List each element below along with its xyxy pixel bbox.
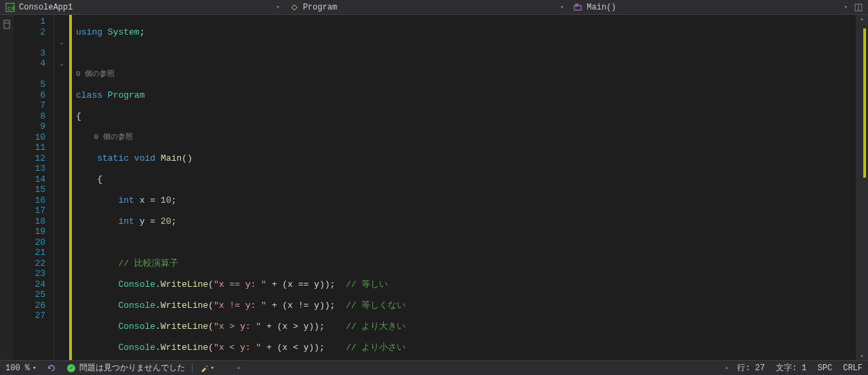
class-icon bbox=[290, 3, 299, 12]
status-bar: 100 % ▾ ✓ 問題は見つかりませんでした ▾ ◂ ▸ 行: 27 文字: … bbox=[0, 360, 868, 375]
svg-rect-6 bbox=[4, 20, 9, 28]
line-number: 12 bbox=[14, 153, 54, 164]
fold-toggle-icon[interactable]: ⌄ bbox=[54, 37, 69, 48]
indent-mode[interactable]: SPC bbox=[812, 361, 838, 376]
codelens-references[interactable]: 0 個の参照 bbox=[76, 132, 856, 143]
zoom-level[interactable]: 100 % ▾ bbox=[0, 361, 41, 376]
line-number: 11 bbox=[14, 142, 54, 153]
breadcrumb-dropdown-icon[interactable]: ▾ bbox=[556, 3, 568, 11]
line-number: 16 bbox=[14, 195, 54, 206]
breadcrumb-method-label: Main() bbox=[587, 3, 616, 12]
line-number bbox=[14, 69, 54, 80]
cursor-char[interactable]: 文字: 1 bbox=[770, 361, 812, 376]
csharp-project-icon: c# bbox=[5, 3, 15, 12]
line-number: 15 bbox=[14, 184, 54, 195]
line-number: 17 bbox=[14, 205, 54, 216]
line-number: 23 bbox=[14, 269, 54, 279]
line-number: 18 bbox=[14, 216, 54, 227]
breadcrumb-bar: c# ConsoleApp1 ▾ Program ▾ Main() ▾ bbox=[0, 0, 868, 15]
line-number: 13 bbox=[14, 163, 54, 174]
svg-point-9 bbox=[206, 366, 208, 367]
line-number: 27 bbox=[14, 311, 54, 321]
refresh-icon[interactable] bbox=[41, 361, 62, 376]
method-icon bbox=[573, 3, 583, 12]
line-number: 24 bbox=[14, 279, 54, 290]
left-tool-strip bbox=[0, 15, 14, 360]
codelens-references[interactable]: 0 個の参照 bbox=[76, 69, 856, 80]
breadcrumb-project[interactable]: c# ConsoleApp1 bbox=[0, 0, 272, 14]
line-number: 20 bbox=[14, 237, 54, 248]
line-number: 1 bbox=[14, 16, 54, 27]
breadcrumb-project-label: ConsoleApp1 bbox=[19, 3, 73, 12]
editor-main: 1234567891011121314151617181920212223242… bbox=[0, 15, 868, 360]
breadcrumb-dropdown-icon[interactable]: ▾ bbox=[272, 3, 283, 11]
line-number: 26 bbox=[14, 300, 54, 311]
breadcrumb-dropdown-icon[interactable]: ▾ bbox=[840, 3, 852, 11]
line-number: 10 bbox=[14, 132, 54, 143]
breadcrumb-class-label: Program bbox=[303, 3, 337, 12]
scrollbar-thumb[interactable] bbox=[863, 28, 866, 178]
fold-toggle-icon[interactable]: ⌄ bbox=[54, 58, 69, 69]
scroll-down-icon[interactable]: ▾ bbox=[856, 353, 868, 360]
line-number: 14 bbox=[14, 174, 54, 185]
line-number: 21 bbox=[14, 248, 54, 258]
scrollbar-vertical[interactable]: ▴ ▾ bbox=[856, 15, 868, 360]
cursor-line[interactable]: 行: 27 bbox=[732, 361, 770, 376]
brush-icon[interactable]: ▾ bbox=[194, 361, 219, 376]
line-number: 4 bbox=[14, 58, 54, 69]
breadcrumb-class[interactable]: Program bbox=[284, 0, 556, 14]
line-number: 9 bbox=[14, 121, 54, 132]
line-number: 3 bbox=[14, 48, 54, 59]
track-changes-icon[interactable] bbox=[1, 19, 12, 30]
fold-column: ⌄ ⌄ bbox=[54, 15, 69, 360]
scroll-up-icon[interactable]: ▴ bbox=[856, 15, 868, 22]
line-number: 19 bbox=[14, 226, 54, 237]
line-number: 22 bbox=[14, 258, 54, 269]
breadcrumb-method[interactable]: Main() bbox=[568, 0, 840, 14]
split-window-icon[interactable] bbox=[852, 3, 865, 12]
line-number-gutter: 1234567891011121314151617181920212223242… bbox=[14, 15, 54, 360]
line-number bbox=[14, 37, 54, 48]
code-editor[interactable]: using System; 0 個の参照 class Program { 0 個… bbox=[72, 15, 856, 360]
line-number: 6 bbox=[14, 90, 54, 101]
line-number: 8 bbox=[14, 111, 54, 122]
line-number: 5 bbox=[14, 79, 54, 90]
line-ending[interactable]: CRLF bbox=[837, 361, 868, 376]
check-icon: ✓ bbox=[67, 364, 75, 372]
scroll-left-icon[interactable]: ◂ bbox=[233, 364, 243, 372]
scroll-right-icon[interactable]: ▸ bbox=[722, 364, 732, 372]
line-number: 7 bbox=[14, 100, 54, 111]
svg-text:c#: c# bbox=[7, 5, 15, 12]
error-status[interactable]: ✓ 問題は見つかりませんでした bbox=[62, 361, 191, 376]
line-number: 2 bbox=[14, 27, 54, 38]
line-number: 25 bbox=[14, 290, 54, 300]
